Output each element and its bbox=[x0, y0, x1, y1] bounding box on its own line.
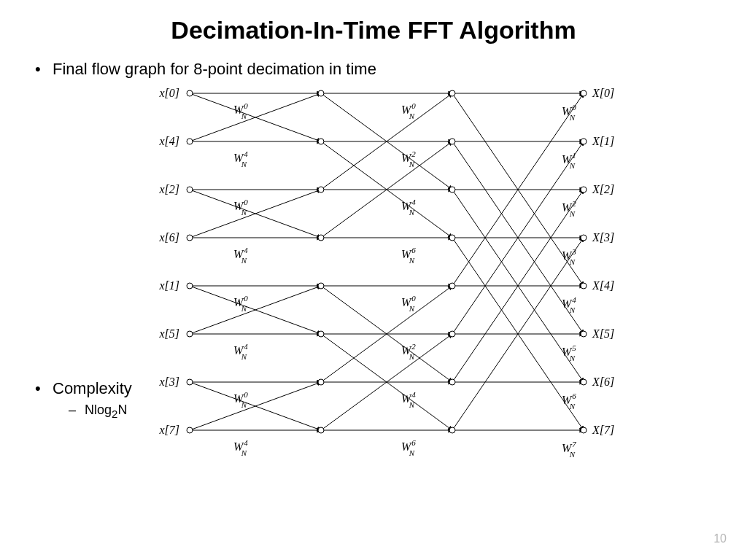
svg-text:W0N: W0N bbox=[233, 390, 248, 409]
svg-text:W7N: W7N bbox=[562, 440, 576, 459]
svg-point-69 bbox=[449, 331, 455, 337]
svg-point-78 bbox=[581, 379, 587, 385]
svg-point-51 bbox=[187, 235, 193, 241]
fft-flow-graph: x[0]X[0]x[4]X[1]x[2]X[2]x[6]X[3]x[1]X[4]… bbox=[146, 82, 642, 475]
svg-point-54 bbox=[187, 379, 193, 385]
svg-text:W4N: W4N bbox=[401, 390, 416, 409]
svg-text:x[6]: x[6] bbox=[158, 231, 179, 244]
svg-point-66 bbox=[449, 187, 455, 192]
svg-text:X[4]: X[4] bbox=[592, 279, 614, 292]
svg-point-64 bbox=[449, 90, 455, 96]
svg-point-68 bbox=[449, 283, 455, 289]
svg-text:X[0]: X[0] bbox=[592, 87, 614, 99]
svg-point-79 bbox=[581, 427, 587, 433]
slide: Decimation-In-Time FFT Algorithm Final f… bbox=[0, 0, 747, 560]
svg-text:W2N: W2N bbox=[401, 149, 416, 168]
svg-text:W0N: W0N bbox=[562, 103, 576, 122]
svg-text:X[1]: X[1] bbox=[592, 135, 614, 147]
svg-point-60 bbox=[318, 283, 324, 289]
bullet-complexity-sub: Nlog2N bbox=[85, 402, 127, 420]
svg-point-73 bbox=[581, 139, 587, 144]
bullet-complexity: Complexity bbox=[53, 379, 132, 398]
svg-text:W0N: W0N bbox=[233, 294, 248, 313]
svg-text:W6N: W6N bbox=[562, 392, 576, 411]
svg-point-52 bbox=[187, 283, 193, 289]
svg-point-74 bbox=[581, 187, 587, 192]
svg-text:W1N: W1N bbox=[562, 151, 576, 170]
slide-title: Decimation-In-Time FFT Algorithm bbox=[0, 16, 747, 44]
svg-point-55 bbox=[187, 427, 193, 433]
bullet-flowgraph: Final flow graph for 8-point decimation … bbox=[53, 60, 376, 79]
svg-point-72 bbox=[581, 90, 587, 96]
svg-text:W4N: W4N bbox=[233, 438, 248, 457]
svg-point-50 bbox=[187, 187, 193, 192]
svg-point-61 bbox=[318, 331, 324, 337]
svg-point-77 bbox=[581, 331, 587, 337]
svg-point-65 bbox=[449, 139, 455, 144]
svg-text:W4N: W4N bbox=[401, 198, 416, 217]
svg-point-49 bbox=[187, 139, 193, 144]
svg-text:X[5]: X[5] bbox=[592, 327, 614, 340]
svg-point-58 bbox=[318, 187, 324, 192]
svg-text:W5N: W5N bbox=[562, 343, 576, 362]
svg-text:W0N: W0N bbox=[233, 101, 248, 120]
svg-point-56 bbox=[318, 90, 324, 96]
svg-text:W6N: W6N bbox=[401, 246, 416, 265]
svg-text:x[1]: x[1] bbox=[158, 279, 179, 292]
svg-point-67 bbox=[449, 235, 455, 241]
svg-text:x[2]: x[2] bbox=[158, 183, 179, 195]
svg-text:W0N: W0N bbox=[401, 101, 416, 120]
page-number: 10 bbox=[713, 532, 727, 545]
svg-point-53 bbox=[187, 331, 193, 337]
svg-text:W4N: W4N bbox=[562, 295, 576, 314]
svg-text:W6N: W6N bbox=[401, 438, 416, 457]
svg-text:x[4]: x[4] bbox=[158, 135, 179, 147]
svg-point-71 bbox=[449, 427, 455, 433]
svg-text:W2N: W2N bbox=[401, 342, 416, 361]
svg-text:W0N: W0N bbox=[401, 294, 416, 313]
svg-text:W4N: W4N bbox=[233, 246, 248, 265]
svg-text:x[7]: x[7] bbox=[158, 424, 179, 436]
svg-text:X[3]: X[3] bbox=[592, 231, 614, 244]
svg-point-48 bbox=[187, 90, 193, 96]
svg-point-62 bbox=[318, 379, 324, 385]
svg-text:W0N: W0N bbox=[233, 198, 248, 217]
svg-text:x[3]: x[3] bbox=[158, 376, 179, 388]
svg-text:W4N: W4N bbox=[233, 342, 248, 361]
svg-text:X[2]: X[2] bbox=[592, 183, 614, 195]
svg-point-70 bbox=[449, 379, 455, 385]
svg-point-59 bbox=[318, 235, 324, 241]
svg-text:W4N: W4N bbox=[233, 149, 248, 168]
svg-text:W3N: W3N bbox=[562, 247, 576, 266]
svg-text:X[6]: X[6] bbox=[592, 376, 614, 388]
svg-point-76 bbox=[581, 283, 587, 289]
svg-text:X[7]: X[7] bbox=[592, 424, 614, 436]
svg-point-63 bbox=[318, 427, 324, 433]
svg-text:x[5]: x[5] bbox=[158, 327, 179, 340]
svg-point-57 bbox=[318, 139, 324, 144]
svg-point-75 bbox=[581, 235, 587, 241]
svg-text:x[0]: x[0] bbox=[158, 87, 179, 99]
svg-text:W2N: W2N bbox=[562, 199, 576, 218]
